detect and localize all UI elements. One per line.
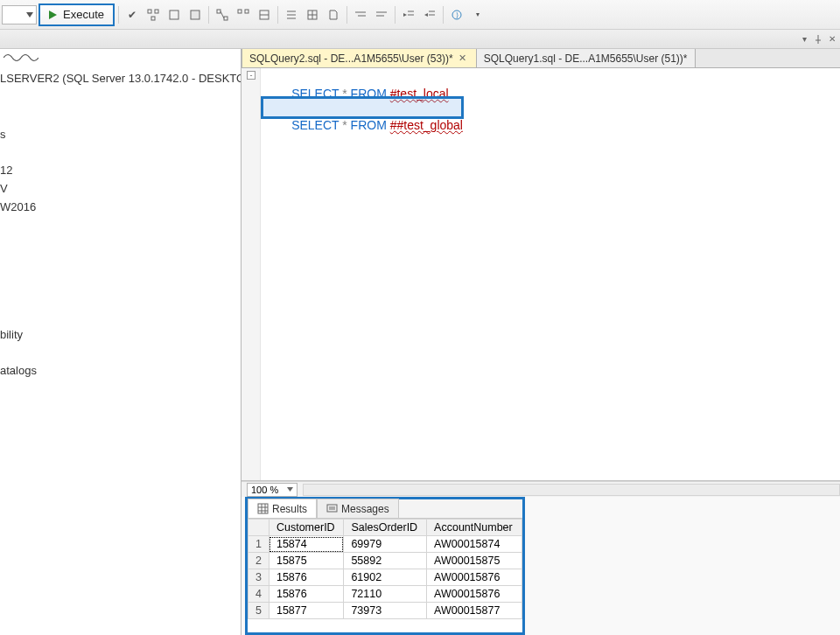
cell[interactable]: 73973 [344,603,427,619]
document-area: SQLQuery2.sql - DE...A1M5655\User (53))*… [242,49,840,635]
cell[interactable]: 55892 [344,553,427,569]
pin-icon[interactable] [812,33,824,45]
collapse-icon[interactable]: - [247,71,256,80]
main-toolbar: Execute ✔ ⟩ ▾ [0,0,840,30]
tree-item[interactable]: W2016 [0,198,241,216]
toolbar-separator [208,6,209,24]
row-number: 2 [248,553,270,569]
column-header[interactable]: AccountNumber [427,520,522,536]
uncomment-icon[interactable] [372,5,391,24]
indent-lines-icon [402,9,415,21]
live-stats-icon[interactable] [234,5,253,24]
cell[interactable]: 69979 [344,536,427,553]
cell[interactable]: AW00015875 [427,553,522,569]
row-number: 3 [248,569,270,586]
uncomment-lines-icon [375,9,388,21]
cell[interactable]: AW00015874 [427,536,522,553]
comment-lines-icon [354,9,367,21]
svg-text:⟩: ⟩ [455,11,458,19]
specify-values-icon[interactable]: ⟩ [447,5,466,24]
comment-icon[interactable] [351,5,370,24]
cell[interactable]: 15876 [269,586,343,603]
zoom-dropdown[interactable]: 100 % [247,483,298,497]
grid-results-icon [306,9,318,21]
table-row[interactable]: 4 15876 72110 AW00015876 [248,586,522,603]
execute-button[interactable]: Execute [38,3,115,26]
intellisense-icon[interactable] [186,5,205,24]
tab-label: SQLQuery2.sql - DE...A1M5655\User (53))* [249,52,453,65]
server-node[interactable]: LSERVER2 (SQL Server 13.0.1742.0 - DESKT… [0,66,241,90]
horizontal-scrollbar[interactable] [303,484,840,496]
messages-icon [326,503,338,514]
toolbar-separator [395,6,396,24]
results-to-grid-icon[interactable] [303,5,322,24]
tree-item[interactable]: atalogs [0,361,241,380]
results-tabs: Results Messages [248,499,522,519]
table-row[interactable]: 3 15876 61902 AW00015876 [248,569,522,586]
query-options-icon[interactable] [164,5,184,24]
cell[interactable]: AW00015876 [427,569,522,586]
chevron-down-icon [26,12,33,17]
outdent-icon[interactable] [420,5,439,24]
row-number: 4 [248,586,270,603]
tab-label: SQLQuery1.sql - DE...A1M5655\User (51))* [484,52,688,65]
database-dropdown[interactable] [2,5,37,24]
execute-label: Execute [63,8,104,21]
toolbar-separator [118,6,119,24]
object-explorer-tree[interactable]: s 12 V W2016 bility atalogs [0,90,241,635]
row-header-corner [248,520,270,536]
tree-item[interactable]: 12 [0,161,241,179]
cell[interactable]: 15874 [269,536,343,553]
tree-item[interactable]: V [0,179,241,198]
connect-icon[interactable] [0,49,241,66]
table-row[interactable]: 5 15877 73973 AW00015877 [248,603,522,619]
svg-rect-3 [170,10,178,19]
panel-dropdown-icon[interactable]: ▾ [798,33,810,45]
column-header[interactable]: SalesOrderID [344,520,427,536]
cell[interactable]: AW00015876 [427,586,522,603]
svg-rect-8 [238,10,242,13]
editor-gutter: - [242,68,261,480]
sql-editor[interactable]: - SELECT * FROM #test_local SELECT * FRO… [242,68,840,481]
cell[interactable]: 15876 [269,569,343,586]
keyword: SELECT [291,118,339,132]
toolbar-separator [443,6,444,24]
overflow-icon[interactable]: ▾ [468,5,487,24]
results-to-text-icon[interactable] [282,5,301,24]
table-row[interactable]: 1 15874 69979 AW00015874 [248,536,522,553]
results-grid[interactable]: CustomerID SalesOrderID AccountNumber 1 … [248,519,522,632]
cell[interactable]: 15875 [269,553,343,569]
svg-rect-6 [224,17,228,20]
cell[interactable]: 61902 [344,569,427,586]
play-icon [47,10,58,20]
results-tab-label: Results [272,503,307,515]
results-pane: Results Messages CustomerID SalesOrderID… [245,497,525,635]
close-icon[interactable]: ✕ [458,53,469,64]
cell[interactable]: AW00015877 [427,603,522,619]
tab-sqlquery1[interactable]: SQLQuery1.sql - DE...A1M5655\User (51))* [476,49,696,67]
close-panel-icon[interactable]: ✕ [826,33,838,45]
tree-item[interactable]: s [0,125,241,143]
results-to-file-icon[interactable] [324,5,343,24]
messages-tab-label: Messages [341,503,389,515]
stats-icon [237,9,249,21]
indent-icon[interactable] [399,5,418,24]
actual-plan-icon[interactable] [213,5,232,24]
file-results-icon [327,9,340,21]
svg-rect-9 [245,10,248,13]
column-header[interactable]: CustomerID [269,520,343,536]
pushpin-icon [814,35,822,44]
tree-item[interactable]: bility [0,325,241,344]
parse-icon[interactable]: ✔ [122,5,142,24]
object-explorer-header: ▾ ✕ [0,30,840,49]
estimated-plan-icon[interactable] [144,5,163,24]
tab-messages[interactable]: Messages [317,499,399,518]
client-stats-icon[interactable] [255,5,274,24]
table-row[interactable]: 2 15875 55892 AW00015875 [248,553,522,569]
chevron-down-icon [287,487,293,492]
tab-sqlquery2[interactable]: SQLQuery2.sql - DE...A1M5655\User (53))*… [242,49,477,67]
tab-results[interactable]: Results [248,499,317,518]
cell[interactable]: 15877 [269,603,343,619]
svg-rect-5 [217,10,220,13]
cell[interactable]: 72110 [344,586,427,603]
